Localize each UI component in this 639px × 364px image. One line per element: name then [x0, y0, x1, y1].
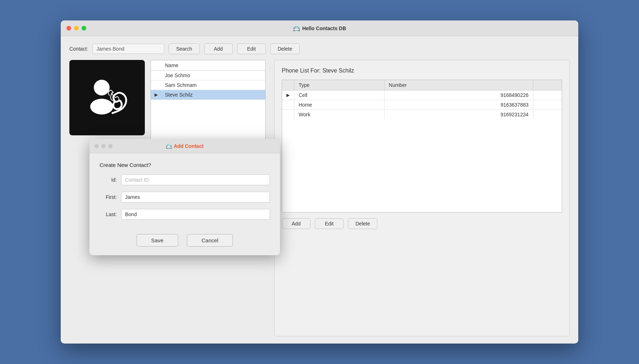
close-button[interactable] — [66, 26, 71, 31]
contact-row-name: Joe Schmo — [161, 71, 265, 80]
toolbar: Contact: Search Add Edit Delete — [69, 43, 570, 54]
phone-number-header: Number — [384, 80, 533, 90]
phone-row-arrow — [282, 110, 294, 120]
dialog-last-label: Last: — [100, 211, 117, 217]
svg-point-0 — [94, 80, 110, 95]
phone-edit-button[interactable]: Edit — [315, 218, 344, 229]
phone-row-arrow — [282, 100, 294, 110]
phone-row-number: 9168490226 — [384, 90, 533, 100]
phone-row-type: Home — [294, 100, 385, 110]
dialog-id-field: Id: — [100, 174, 270, 185]
dialog-close-button[interactable] — [95, 144, 99, 148]
avatar-icon — [82, 73, 132, 123]
window-title: 📇 Hello Contacts DB — [293, 25, 346, 32]
dialog-id-input[interactable] — [121, 174, 270, 185]
dialog-body: Create New Contact? Id: First: Last: — [89, 153, 280, 228]
search-button[interactable]: Search — [169, 43, 199, 54]
phone-row[interactable]: Home 9163637883 — [282, 100, 562, 110]
dialog-title-text: Add Contact — [174, 143, 203, 149]
delete-button[interactable]: Delete — [270, 43, 300, 54]
dialog-last-field: Last: — [100, 209, 270, 220]
contact-label: Contact: — [69, 46, 88, 52]
phone-row-number: 9169231234 — [384, 110, 533, 120]
dialog-id-label: Id: — [100, 177, 117, 183]
traffic-lights — [66, 26, 86, 31]
dialog-minimize-button[interactable] — [101, 144, 106, 148]
dialog-traffic-lights — [95, 144, 112, 148]
titlebar: 📇 Hello Contacts DB — [61, 20, 578, 36]
phone-table-wrap: Type Number ▶ Cell 9168490226 Home 91636… — [282, 80, 562, 213]
app-icon: 📇 — [293, 25, 300, 32]
phone-type-header: Type — [294, 80, 385, 90]
edit-button[interactable]: Edit — [237, 43, 266, 54]
contact-row-arrow — [151, 80, 161, 90]
add-button[interactable]: Add — [204, 43, 233, 54]
contact-row-name: Steve Schilz — [161, 90, 265, 100]
contact-row-arrow: ▶ — [151, 90, 161, 100]
app-title: Hello Contacts DB — [302, 25, 346, 31]
dialog-title: 📇 Add Contact — [166, 143, 203, 149]
phone-arrow-col-header — [282, 80, 294, 90]
right-panel: Phone List For: Steve Schilz Type Number — [274, 60, 570, 336]
phone-row-arrow: ▶ — [282, 90, 294, 100]
phone-buttons: Add Edit Delete — [282, 218, 562, 229]
contacts-table: Name Joe Schmo Sam Schmam ▶ Steve Schilz — [151, 60, 266, 143]
dialog-first-label: First: — [100, 194, 117, 200]
minimize-button[interactable] — [74, 26, 79, 31]
phone-row-type: Cell — [294, 90, 385, 100]
contact-row[interactable]: ▶ Steve Schilz — [151, 90, 265, 100]
phone-row[interactable]: ▶ Cell 9168490226 — [282, 90, 562, 100]
dialog-maximize-button[interactable] — [108, 144, 112, 148]
phone-extra-col — [533, 80, 562, 90]
dialog-title-icon: 📇 — [166, 143, 172, 149]
contacts-arrow-col — [151, 60, 161, 71]
dialog-buttons: Save Cancel — [89, 228, 280, 255]
dialog-first-input[interactable] — [121, 192, 270, 202]
phone-row-extra — [533, 90, 562, 100]
phone-row-number: 9163637883 — [384, 100, 533, 110]
phone-delete-button[interactable]: Delete — [348, 218, 377, 229]
avatar — [69, 60, 145, 135]
contact-row-arrow — [151, 71, 161, 80]
main-window: 📇 Hello Contacts DB Contact: Search Add … — [61, 20, 578, 344]
dialog-first-field: First: — [100, 192, 270, 202]
contact-row[interactable]: Sam Schmam — [151, 80, 265, 90]
dialog-titlebar: 📇 Add Contact — [89, 139, 280, 153]
dialog-save-button[interactable]: Save — [137, 234, 178, 247]
dialog-last-input[interactable] — [121, 209, 270, 220]
contacts-name-header: Name — [161, 60, 265, 71]
maximize-button[interactable] — [82, 26, 86, 31]
phone-row[interactable]: Work 9169231234 — [282, 110, 562, 120]
contact-input[interactable] — [92, 44, 164, 54]
phone-row-type: Work — [294, 110, 385, 120]
add-contact-dialog: 📇 Add Contact Create New Contact? Id: Fi… — [89, 139, 280, 255]
phone-row-extra — [533, 100, 562, 110]
svg-point-1 — [90, 99, 113, 115]
phone-row-extra — [533, 110, 562, 120]
phone-add-button[interactable]: Add — [282, 218, 311, 229]
phone-list-title: Phone List For: Steve Schilz — [282, 67, 562, 74]
contact-row-name: Sam Schmam — [161, 80, 265, 90]
contact-row[interactable]: Joe Schmo — [151, 71, 265, 80]
dialog-cancel-button[interactable]: Cancel — [187, 234, 233, 247]
dialog-subtitle: Create New Contact? — [100, 162, 270, 168]
